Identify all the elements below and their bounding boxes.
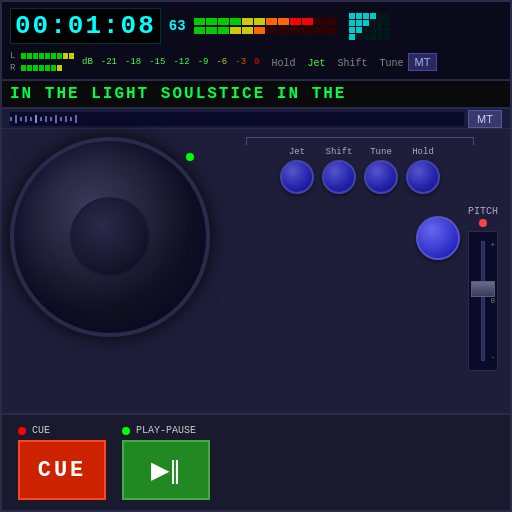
pitch-led [479, 219, 487, 227]
svg-rect-11 [65, 116, 67, 122]
bar-seg [254, 18, 265, 25]
play-group: PLAY-PAUSE ▶‖ [122, 425, 210, 500]
waveform-display [10, 112, 464, 126]
bar-seg [302, 18, 313, 25]
scroll-text: IN THE LIGHT SOULSTICE IN THE [2, 81, 510, 109]
svg-rect-5 [35, 115, 37, 123]
bar-seg [302, 27, 313, 34]
svg-rect-3 [25, 116, 27, 122]
bar-seg [242, 18, 253, 25]
bar-seg [194, 27, 205, 34]
time-display: 00:01:08 [10, 8, 161, 44]
pitch-track [481, 241, 485, 361]
tune-button[interactable] [364, 160, 398, 194]
bar-seg [218, 18, 229, 25]
bar-seg [242, 27, 253, 34]
bar-seg [326, 27, 337, 34]
bar-seg [218, 27, 229, 34]
hold-button-group: Hold [406, 147, 440, 194]
jog-led [186, 153, 194, 161]
shift-button[interactable] [322, 160, 356, 194]
buttons-row: Jet Shift Tune Hold [218, 147, 502, 194]
play-led [122, 427, 130, 435]
db-scale: dB [82, 57, 93, 67]
svg-rect-2 [20, 117, 22, 121]
bar-seg [230, 18, 241, 25]
dj-player: 00:01:08 63 [0, 0, 512, 512]
play-header: PLAY-PAUSE [122, 425, 196, 436]
svg-rect-6 [40, 117, 42, 121]
tune-button-group: Tune [364, 147, 398, 194]
bar-seg [266, 27, 277, 34]
svg-rect-0 [10, 117, 12, 121]
svg-rect-12 [70, 117, 72, 121]
shift-label: Shift [325, 147, 352, 157]
connector-bracket [246, 137, 473, 145]
tune-label: Tune [370, 147, 392, 157]
hold-button[interactable] [406, 160, 440, 194]
cue-button[interactable]: CUE [18, 440, 106, 500]
svg-rect-7 [45, 116, 47, 122]
svg-rect-9 [55, 115, 57, 123]
right-vu-meter [349, 13, 390, 40]
mode-tune: Tune [380, 58, 404, 69]
bar-seg [230, 27, 241, 34]
jog-wheel[interactable] [10, 137, 210, 337]
right-controls: Jet Shift Tune Hold [218, 137, 502, 351]
frame-display: 63 [169, 18, 186, 34]
mode-hold: Hold [271, 58, 295, 69]
shift-button-group: Shift [322, 147, 356, 194]
play-pause-button[interactable]: ▶‖ [122, 440, 210, 500]
bar-seg [326, 18, 337, 25]
mode-jet: Jet [307, 58, 325, 69]
svg-rect-4 [30, 117, 32, 121]
hold-label: Hold [412, 147, 434, 157]
jog-wheel-container [10, 137, 210, 351]
waveform-bar: MT [2, 109, 510, 129]
jet-button-group: Jet [280, 147, 314, 194]
cue-group: CUE CUE [18, 425, 106, 500]
mode-shift: Shift [338, 58, 368, 69]
top-display: 00:01:08 63 [2, 2, 510, 81]
mt-button-bar[interactable]: MT [468, 110, 502, 128]
svg-rect-13 [75, 115, 77, 123]
jet-label: Jet [289, 147, 305, 157]
bar-seg [206, 27, 217, 34]
bar-seg [278, 18, 289, 25]
pitch-slider[interactable]: + 0 - [468, 231, 498, 371]
svg-rect-10 [60, 117, 62, 121]
bar-seg [194, 18, 205, 25]
level-bars [194, 18, 337, 34]
middle-section: Jet Shift Tune Hold [2, 129, 510, 359]
bar-seg [314, 27, 325, 34]
bar-seg [278, 27, 289, 34]
bottom-section: CUE CUE PLAY-PAUSE ▶‖ [2, 413, 510, 510]
bar-seg [290, 27, 301, 34]
svg-rect-8 [50, 117, 52, 121]
pitch-big-button[interactable] [416, 216, 460, 260]
lr-meters: L [10, 51, 74, 73]
cue-header-label: CUE [32, 425, 50, 436]
pitch-label: PITCH [468, 206, 498, 217]
cue-header: CUE [18, 425, 50, 436]
jet-button[interactable] [280, 160, 314, 194]
jog-inner [70, 197, 150, 277]
svg-rect-1 [15, 115, 17, 123]
cue-led [18, 427, 26, 435]
bar-seg [254, 27, 265, 34]
pitch-scale: + 0 - [491, 241, 495, 361]
bar-seg [290, 18, 301, 25]
bar-seg [206, 18, 217, 25]
bar-seg [314, 18, 325, 25]
mt-button-top[interactable]: MT [408, 53, 438, 71]
bar-seg [266, 18, 277, 25]
mode-labels: Hold Jet Shift Tune [271, 58, 403, 69]
play-header-label: PLAY-PAUSE [136, 425, 196, 436]
